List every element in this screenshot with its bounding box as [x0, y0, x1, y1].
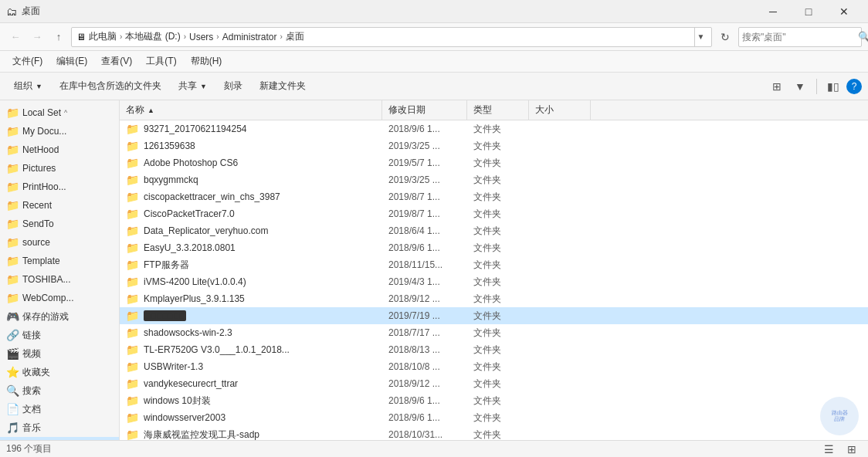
sidebar-item-recent[interactable]: 📁 Recent	[0, 196, 119, 215]
table-row[interactable]: 📁 TL-ER7520G V3.0___1.0.1_2018... 2018/8…	[120, 341, 868, 358]
table-row[interactable]: 📁 windows 10封装 2018/9/6 1... 文件夹	[120, 392, 868, 409]
col-name-arrow: ▲	[147, 107, 154, 114]
table-row[interactable]: 📁 USBWriter-1.3 2018/10/8 ... 文件夹	[120, 358, 868, 375]
maximize-button[interactable]: □	[791, 0, 826, 23]
sidebar-item-label: Local Set	[22, 107, 61, 118]
preview-pane-button[interactable]: ▮▯	[823, 76, 843, 96]
table-row[interactable]: 📁 iVMS-4200 Lite(v1.0.0.4) 2019/4/3 1...…	[120, 273, 868, 290]
help-button[interactable]: ?	[846, 79, 862, 94]
close-button[interactable]: ✕	[826, 0, 862, 23]
file-name: vandykesecurecrt_ttrar	[144, 378, 238, 389]
sidebar-item-docs[interactable]: 📄 文档	[0, 400, 119, 418]
file-date-cell: 2019/4/3 1...	[382, 273, 467, 290]
col-date-label: 修改日期	[388, 103, 426, 117]
sidebar-item-template[interactable]: 📁 Template	[0, 252, 119, 270]
table-row[interactable]: 📁 海康威视监控发现工具-sadp 2018/10/31... 文件夹	[120, 426, 868, 440]
search-button[interactable]: 🔍	[858, 29, 868, 45]
file-date-cell: 2018/9/12 ...	[382, 375, 467, 392]
search-input[interactable]	[742, 32, 858, 42]
table-row[interactable]: 📁 Data_Replicator_veryhuo.com 2018/6/4 1…	[120, 222, 868, 239]
sidebar-item-label: TOSHIBA...	[22, 274, 70, 285]
file-name-cell: 📁 vandykesecurecrt_ttrar	[120, 375, 382, 392]
forward-button[interactable]: →	[28, 28, 46, 46]
menu-help[interactable]: 帮助(H)	[185, 52, 229, 70]
table-row[interactable]: 📁 1261359638 2019/3/25 ... 文件夹	[120, 137, 868, 154]
col-header-type[interactable]: 类型	[467, 100, 529, 120]
folder-icon: 📁	[6, 218, 19, 230]
status-view-details-button[interactable]: ☰	[819, 439, 839, 458]
menu-tools[interactable]: 工具(T)	[140, 52, 182, 70]
table-row[interactable]: 📁 EasyU_3.3.2018.0801 2018/9/6 1... 文件夹	[120, 239, 868, 256]
table-row[interactable]: 📁 windowsserver2003 2018/9/6 1... 文件夹	[120, 409, 868, 426]
table-row[interactable]: 📁 KmplayerPlus_3.9.1.135 2018/9/12 ... 文…	[120, 290, 868, 307]
share-button[interactable]: 共享 ▼	[171, 76, 215, 97]
table-row[interactable]: 📁 bqxygmmckq 2019/3/25 ... 文件夹	[120, 171, 868, 188]
table-row[interactable]: 📁 CiscoPacketTracer7.0 2019/8/7 1... 文件夹	[120, 205, 868, 222]
sidebar-item-pictures[interactable]: 📁 Pictures	[0, 159, 119, 178]
favorites-icon: ⭐	[6, 366, 19, 378]
sidebar-item-video[interactable]: 🎬 视频	[0, 344, 119, 363]
new-folder-button[interactable]: 新建文件夹	[252, 76, 314, 97]
address-path[interactable]: 🖥 此电脑 › 本地磁盘 (D:) › Users › Administrato…	[71, 27, 712, 47]
file-name-cell: 📁 iVMS-4200 Lite(v1.0.0.4)	[120, 273, 382, 290]
menu-file[interactable]: 文件(F)	[6, 52, 49, 70]
status-view-icons-button[interactable]: ⊞	[842, 439, 862, 458]
path-sep-3: ›	[216, 32, 219, 41]
minimize-button[interactable]: ─	[755, 0, 791, 23]
table-row[interactable]: 📁 vandykesecurecrt_ttrar 2018/9/12 ... 文…	[120, 375, 868, 392]
sidebar-item-desktop[interactable]: 🖥 桌面	[0, 437, 119, 440]
menu-bar: 文件(F) 编辑(E) 查看(V) 工具(T) 帮助(H)	[0, 51, 868, 73]
table-row[interactable]: 📁 ■■■■■■■ 2019/7/19 ... 文件夹	[120, 307, 868, 324]
table-row[interactable]: 📁 ciscopackettracer_win_chs_3987 2019/8/…	[120, 188, 868, 205]
folder-icon: 📁	[126, 140, 139, 152]
sidebar-item-savedgames[interactable]: 🎮 保存的游戏	[0, 307, 119, 326]
file-name-cell: 📁 shadowsocks-win-2.3	[120, 324, 382, 341]
back-button[interactable]: ←	[6, 28, 25, 46]
col-header-name[interactable]: 名称 ▲	[120, 100, 382, 120]
sidebar-item-localset[interactable]: 📁 Local Set ^	[0, 103, 119, 122]
sidebar-item-webcomp[interactable]: 📁 WebComp...	[0, 289, 119, 307]
file-name: Adobe Photoshop CS6	[144, 157, 238, 168]
folder-icon: 📁	[126, 327, 139, 339]
sidebar-item-mydoc[interactable]: 📁 My Docu...	[0, 122, 119, 140]
table-row[interactable]: 📁 shadowsocks-win-2.3 2018/7/17 ... 文件夹	[120, 324, 868, 341]
file-size-cell	[529, 324, 591, 341]
view-mode-button[interactable]: ⊞	[767, 76, 787, 96]
file-list-area: 名称 ▲ 修改日期 类型 大小 📁 93271_20170621194254 2…	[120, 100, 868, 440]
col-header-size[interactable]: 大小	[529, 100, 591, 120]
sidebar-item-search[interactable]: 🔍 搜索	[0, 381, 119, 400]
sidebar-item-links[interactable]: 🔗 链接	[0, 326, 119, 344]
file-name: ■■■■■■■	[144, 310, 186, 321]
folder-icon: 📁	[6, 181, 19, 193]
include-in-library-button[interactable]: 在库中包含所选的文件夹	[52, 76, 169, 97]
sidebar-item-toshiba[interactable]: 📁 TOSHIBA...	[0, 270, 119, 289]
folder-icon: 📁	[126, 377, 139, 390]
view-dropdown-button[interactable]: ▼	[790, 76, 810, 96]
sidebar-item-label: 视频	[22, 347, 41, 361]
sidebar-item-sendto[interactable]: 📁 SendTo	[0, 215, 119, 233]
sidebar-item-source[interactable]: 📁 source	[0, 233, 119, 252]
sidebar-item-favorites[interactable]: ⭐ 收藏夹	[0, 363, 119, 381]
table-row[interactable]: 📁 93271_20170621194254 2018/9/6 1... 文件夹	[120, 120, 868, 137]
sidebar-item-music[interactable]: 🎵 音乐	[0, 418, 119, 437]
col-header-date[interactable]: 修改日期	[382, 100, 467, 120]
table-row[interactable]: 📁 FTP服务器 2018/11/15... 文件夹	[120, 256, 868, 273]
burn-button[interactable]: 刻录	[216, 76, 250, 97]
file-name-cell: 📁 1261359638	[120, 137, 382, 154]
refresh-button[interactable]: ↻	[715, 27, 735, 47]
share-label: 共享	[178, 80, 197, 93]
up-button[interactable]: ↑	[49, 28, 68, 46]
file-size-cell	[529, 154, 591, 171]
sidebar-item-printhoo[interactable]: 📁 PrintHoo...	[0, 178, 119, 196]
sidebar-item-label: WebComp...	[22, 293, 73, 303]
folder-icon: 📁	[6, 125, 19, 137]
file-name-cell: 📁 CiscoPacketTracer7.0	[120, 205, 382, 222]
organize-button[interactable]: 组织 ▼	[6, 76, 50, 97]
sidebar-item-nethood[interactable]: 📁 NetHood	[0, 140, 119, 159]
menu-view[interactable]: 查看(V)	[95, 52, 138, 70]
table-row[interactable]: 📁 Adobe Photoshop CS6 2019/5/7 1... 文件夹	[120, 154, 868, 171]
path-segment-admin: Administrator	[222, 32, 277, 42]
menu-edit[interactable]: 编辑(E)	[50, 52, 93, 70]
search-icon: 🔍	[6, 384, 19, 397]
path-dropdown-button[interactable]: ▼	[694, 27, 707, 47]
